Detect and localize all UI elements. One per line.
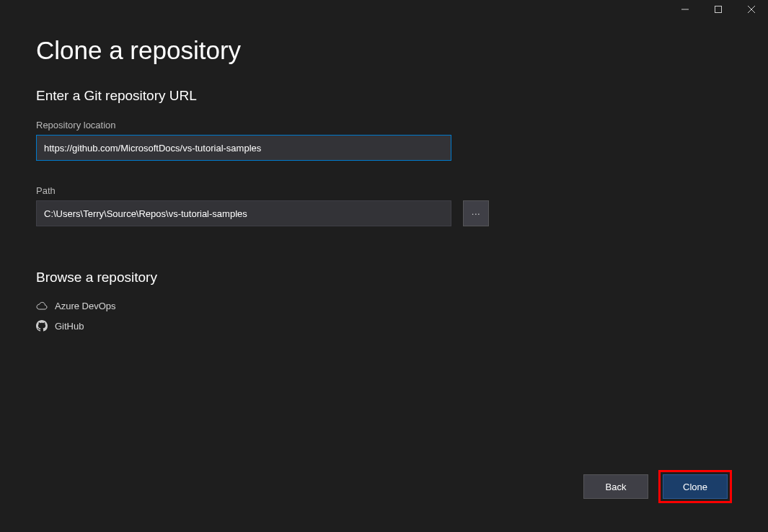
provider-azure-devops[interactable]: Azure DevOps [36, 296, 732, 316]
clone-button[interactable]: Clone [663, 474, 728, 499]
repo-location-input[interactable] [36, 135, 451, 161]
cloud-icon [36, 300, 48, 311]
repo-location-group: Repository location [36, 120, 732, 161]
path-label: Path [36, 185, 732, 196]
repo-location-label: Repository location [36, 120, 732, 130]
clone-highlight: Clone [658, 470, 732, 503]
github-icon [36, 320, 48, 332]
close-button[interactable] [735, 0, 768, 19]
footer: Back Clone [583, 470, 732, 503]
back-button[interactable]: Back [583, 474, 648, 499]
provider-github[interactable]: GitHub [36, 316, 732, 336]
section-heading: Enter a Git repository URL [36, 88, 732, 104]
browse-section: Browse a repository Azure DevOps GitHub [36, 270, 732, 336]
path-input[interactable] [36, 200, 451, 226]
svg-rect-1 [715, 6, 722, 13]
main-content: Clone a repository Enter a Git repositor… [0, 22, 768, 336]
browse-path-button[interactable]: ... [463, 200, 489, 226]
path-group: Path ... [36, 185, 732, 226]
provider-label: GitHub [55, 321, 84, 332]
provider-label: Azure DevOps [55, 301, 116, 311]
window-titlebar [0, 0, 768, 22]
browse-heading: Browse a repository [36, 270, 732, 285]
page-title: Clone a repository [36, 36, 732, 65]
maximize-button[interactable] [702, 0, 735, 19]
minimize-button[interactable] [668, 0, 702, 19]
